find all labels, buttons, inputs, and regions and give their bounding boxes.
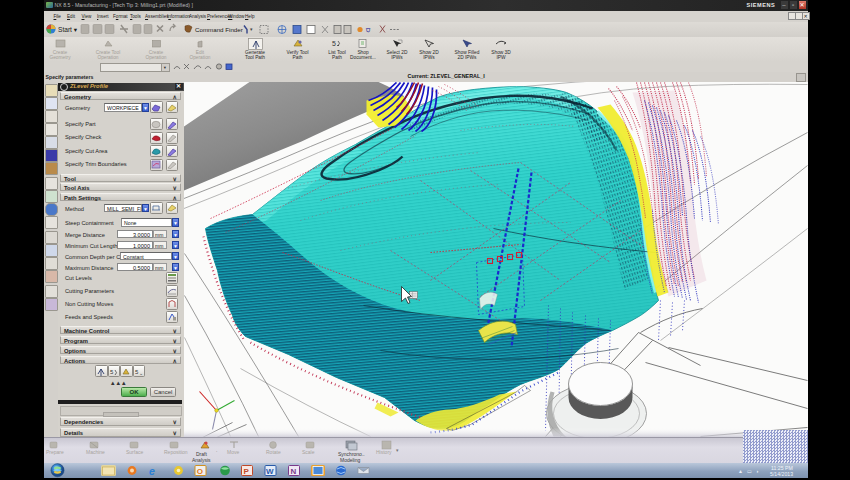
svg-text:▭: ▭ — [747, 468, 752, 474]
svg-text:Prepare: Prepare — [46, 449, 64, 455]
svg-text:P: P — [243, 467, 249, 476]
svg-text:O: O — [196, 467, 202, 476]
svg-text:Move: Move — [227, 449, 239, 455]
svg-text:Rotate: Rotate — [266, 449, 281, 455]
svg-text:▲: ▲ — [738, 468, 743, 474]
svg-text:Surface: Surface — [126, 449, 143, 455]
svg-text:History: History — [376, 449, 392, 455]
svg-text:Reposition: Reposition — [164, 449, 188, 455]
svg-text:Start ▾: Start ▾ — [58, 26, 78, 33]
svg-text:e: e — [149, 465, 155, 477]
svg-text:▾: ▾ — [250, 26, 253, 32]
svg-text:5/14/2013: 5/14/2013 — [770, 471, 793, 477]
svg-text:.: . — [216, 447, 217, 453]
svg-text:⌄: ⌄ — [139, 370, 143, 376]
svg-text:Scale: Scale — [302, 449, 315, 455]
svg-text:N: N — [290, 467, 296, 476]
svg-text:◗: ◗ — [756, 468, 759, 474]
svg-text:Machine: Machine — [86, 449, 105, 455]
svg-text:▾: ▾ — [396, 447, 399, 453]
svg-text:5: 5 — [110, 369, 114, 375]
svg-text:W: W — [266, 467, 274, 476]
svg-text:⩌: ⩌ — [365, 26, 371, 33]
svg-text:Command Finder: Command Finder — [195, 26, 243, 33]
svg-text:5: 5 — [332, 40, 336, 47]
